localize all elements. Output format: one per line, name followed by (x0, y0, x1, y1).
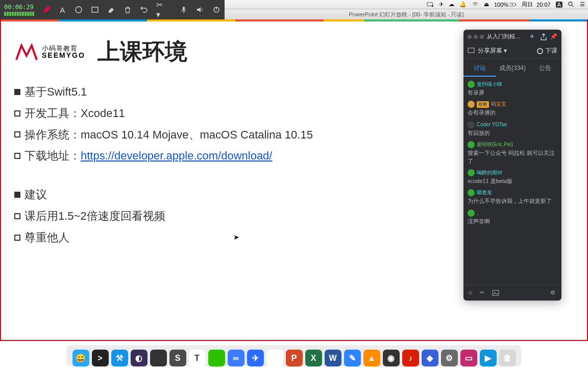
end-class-button[interactable]: 下课 (537, 47, 557, 55)
rect-icon[interactable] (91, 6, 99, 14)
message-text: 没声音啊 (468, 218, 557, 225)
message-text: 搜索一下公众号 码拉松 就可以关注了 (468, 149, 557, 165)
dock-app-trash[interactable]: 🗑 (499, 350, 516, 366)
eraser-icon[interactable] (107, 6, 115, 14)
chat-message: 喝醉的闹钟xcode11 是beta版 (468, 169, 557, 185)
chat-message: 助教码宝宝会有录播的 (468, 101, 557, 117)
dock-app-eclipse[interactable]: ◐ (131, 350, 148, 366)
svg-rect-0 (427, 2, 433, 6)
tab-discuss[interactable]: 讨论 (463, 61, 496, 77)
dock-app-baidu[interactable]: ∞ (228, 350, 244, 366)
svg-line-5 (572, 5, 574, 7)
color-stripe (0, 19, 588, 21)
menu-cloud-icon[interactable]: ☁ (449, 1, 454, 8)
message-author: Coder YDTse (477, 122, 507, 127)
menu-clock[interactable]: 周日 20:07 (522, 1, 551, 8)
dock-app-netease[interactable]: ♪ (402, 350, 419, 366)
chat-title: 从入门到精… (487, 33, 527, 40)
dock-app-settings[interactable]: ⚙ (441, 350, 458, 366)
screen-share-icon[interactable] (468, 47, 475, 55)
dock: 😀>⚒◐ST∞✈PXW✎▲◉♪◆⚙▭▶🗑 (0, 341, 588, 368)
bullet-hollow-icon (14, 213, 20, 219)
bullet-solid-icon (14, 89, 20, 95)
bullet-7: 尊重他人 (24, 227, 69, 248)
dock-app-word[interactable]: W (325, 350, 341, 366)
bullet-hollow-icon (14, 131, 20, 137)
dock-app-powerpoint[interactable]: P (286, 350, 303, 366)
chat-message: 发抖喵小咪有录屏 (468, 81, 557, 97)
share-screen-label[interactable]: 分享屏幕 (478, 47, 502, 54)
gear-icon[interactable]: ⚙ (550, 289, 557, 296)
avatar (468, 101, 475, 108)
message-author: 嗯着某 (477, 189, 492, 196)
dock-app-sublime[interactable]: S (169, 350, 186, 366)
trash-icon[interactable] (124, 6, 132, 14)
scissors-icon[interactable]: ✂▾ (156, 6, 164, 14)
tab-notice[interactable]: 公告 (529, 61, 561, 77)
dock-app-chrome[interactable] (266, 350, 283, 366)
dock-app-finder[interactable]: 😀 (72, 350, 89, 366)
pen-icon[interactable] (42, 6, 51, 14)
dock-app-cleaner[interactable]: ▭ (460, 350, 477, 366)
dock-app-excel[interactable]: X (305, 350, 322, 366)
dock-app-iterm[interactable]: > (92, 350, 109, 366)
audio-meter (4, 12, 34, 16)
menu-bell-icon[interactable]: 🔔 (459, 1, 467, 8)
dock-app-wechat[interactable] (208, 350, 225, 366)
menu-airplane-icon[interactable]: ✈ (439, 1, 444, 8)
powerpoint-titlebar: PowerPoint 幻灯片放映 - [00- 学前须知 - 只读] (225, 9, 588, 19)
menu-battery[interactable]: 100% (494, 1, 517, 8)
menu-spotlight-icon[interactable] (568, 1, 575, 8)
message-author: 码宝宝 (491, 101, 506, 108)
power-icon[interactable] (212, 6, 220, 14)
bullet-1: 基于Swift5.1 (24, 81, 87, 103)
live-chat-panel: 从入门到精… ✈ 📌 分享屏幕 ▾ 下课 讨论 成员(334) 公告 发抖喵小咪… (463, 30, 561, 301)
undo-icon[interactable] (140, 6, 148, 14)
logo-en: SEEMYGO (42, 52, 85, 59)
window-controls[interactable] (468, 35, 484, 39)
titlebar-text: PowerPoint 幻灯片放映 - [00- 学前须知 - 只读] (349, 11, 464, 18)
svg-rect-11 (468, 48, 474, 53)
dock-app-typora[interactable]: T (189, 350, 206, 366)
svg-point-1 (432, 5, 434, 7)
dock-app-obs[interactable]: ◉ (383, 350, 400, 366)
pin-icon[interactable]: 📌 (550, 33, 557, 40)
image-icon[interactable] (492, 289, 499, 296)
svg-point-4 (569, 2, 572, 5)
bullet-6: 课后用1.5~2倍速度回看视频 (24, 205, 165, 227)
mic-icon[interactable] (180, 6, 188, 14)
speaker-icon[interactable] (196, 6, 204, 14)
dock-app-feishu[interactable]: ✈ (247, 350, 264, 366)
dock-app-notes[interactable]: ✎ (344, 350, 361, 366)
bullet-hollow-icon (14, 110, 20, 117)
svg-point-6 (76, 7, 82, 13)
chat-message: Coder YDTse有回放的 (468, 121, 557, 137)
dock-app-tencent[interactable]: ▶ (480, 350, 497, 366)
dock-app-github[interactable] (150, 350, 167, 366)
dock-app-app1[interactable]: ◆ (422, 350, 438, 366)
download-link[interactable]: https://developer.apple.com/download/ (81, 149, 272, 162)
message-text: 会有录播的 (468, 109, 557, 117)
scissors-icon[interactable]: ✂ (480, 289, 487, 296)
menu-screencast-icon[interactable] (427, 1, 434, 8)
dock-app-xcode[interactable]: ⚒ (111, 350, 128, 366)
recording-timer: 00:06:29 (4, 4, 34, 11)
airplane-icon[interactable]: ✈ (530, 33, 537, 40)
chat-tabs: 讨论 成员(334) 公告 (463, 59, 561, 79)
share-out-icon[interactable] (540, 33, 547, 40)
logo: 小码哥教育 SEEMYGO (14, 42, 85, 62)
dock-app-vlc[interactable]: ▲ (363, 350, 380, 366)
menu-input[interactable]: A (556, 2, 562, 8)
avatar (468, 169, 475, 176)
emoji-icon[interactable]: ☺ (468, 289, 475, 296)
menu-wifi-icon[interactable] (472, 1, 479, 8)
circle-icon[interactable] (75, 6, 83, 14)
bullet-3: 操作系统：macOS 10.14 Mojave、macOS Catalina 1… (24, 124, 313, 146)
menu-eject-icon[interactable]: ⏏ (484, 1, 489, 8)
tab-members[interactable]: 成员(334) (496, 61, 529, 77)
text-icon[interactable]: A (59, 6, 66, 14)
recording-toolbar: 00:06:29 A ✂▾ (0, 0, 225, 19)
chat-message: 嗯着某为什么不早告诉我，上午就更新了 (468, 189, 557, 205)
menu-list-icon[interactable]: ☰ (580, 1, 585, 8)
avatar (468, 121, 475, 128)
